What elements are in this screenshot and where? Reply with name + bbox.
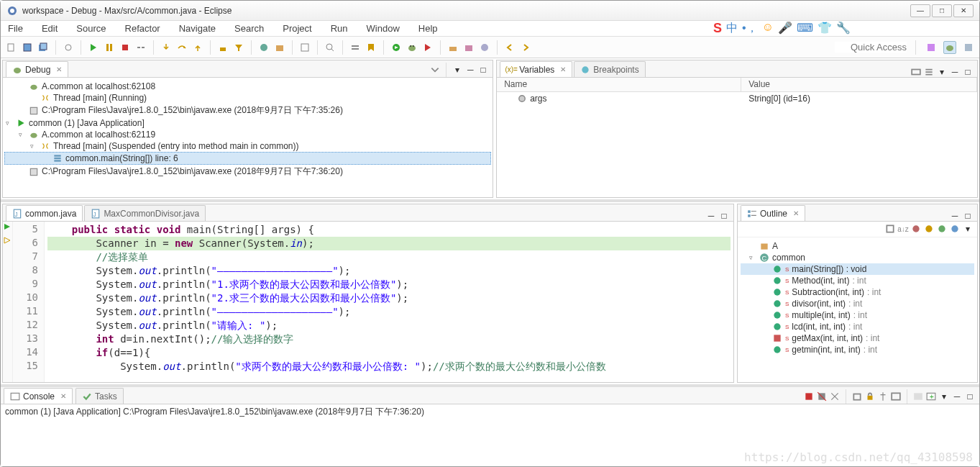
ime-lang-icon[interactable]: 中 [726,21,738,36]
menu-window[interactable]: Window [364,22,403,35]
close-tab-icon[interactable]: ✕ [56,65,62,73]
save-all-button[interactable] [37,41,50,54]
tab-tasks[interactable]: Tasks [75,388,124,404]
new-package-button[interactable] [273,41,286,54]
drop-to-frame-button[interactable] [216,41,229,54]
ime-smile-icon[interactable]: ☺ [762,21,774,36]
maximize-view-icon[interactable]: □ [719,211,729,221]
close-tab-icon[interactable]: ✕ [560,65,566,73]
forward-button[interactable] [519,41,532,54]
perspective-debug-button[interactable] [943,41,956,54]
debug-tree-item[interactable]: C:\Program Files\Java\jre1.8.0_152\bin\j… [4,104,491,117]
debug-tree[interactable]: A.common at localhost:62108Thread [main]… [3,78,493,197]
open-task-button[interactable] [478,41,491,54]
tab-variables[interactable]: (x)= Variables ✕ [500,61,572,77]
scroll-lock-icon[interactable] [865,391,875,402]
link-icon[interactable]: ▾ [963,224,973,234]
close-tab-icon[interactable]: ✕ [60,392,66,400]
skip-breakpoints-button[interactable] [62,41,75,54]
collapse-icon[interactable]: ▾ [937,67,947,77]
ime-keyboard-icon[interactable]: ⌨ [797,21,813,36]
debug-tree-item[interactable]: ▿common (1) [Java Application] [4,117,491,129]
display-selected-icon[interactable] [891,391,901,402]
maximize-button[interactable]: □ [932,4,952,17]
hide-fields-icon[interactable] [911,224,921,234]
code-editor[interactable]: 56789101112131415 public static void mai… [3,222,733,382]
sogou-icon[interactable]: S [713,21,722,36]
hide-nonpublic-icon[interactable] [937,224,947,234]
quick-access-input[interactable] [835,42,907,53]
debug-tree-item[interactable]: C:\Program Files\Java\jre1.8.0_152\bin\j… [4,165,491,178]
col-name[interactable]: Name [497,78,741,91]
titlebar[interactable]: workspace - Debug - Max/src/A/common.jav… [1,1,979,21]
debug-tree-item[interactable]: common.main(String[]) line: 6 [4,152,491,165]
outline-item[interactable]: Sdivisor(int, int) : int [741,298,974,309]
menu-project[interactable]: Project [280,22,314,35]
minimize-view-icon[interactable]: ─ [950,211,960,221]
menu-refactor[interactable]: Refactor [122,22,163,35]
debug-tree-item[interactable]: Thread [main] (Running) [4,92,491,104]
sort-icon[interactable]: a↓z [898,224,908,234]
outline-tree[interactable]: A▿CcommonSmain(String[]) : voidSMethod(i… [738,237,977,382]
ime-punct-icon[interactable]: •， [742,21,758,36]
toggle-breadcrumb-button[interactable] [349,41,362,54]
focus-icon[interactable] [885,224,895,234]
outline-item[interactable]: ▿Ccommon [741,252,974,263]
open-type-button[interactable] [298,41,311,54]
toggle-mark-button[interactable] [365,41,377,54]
col-value[interactable]: Value [741,78,977,91]
hide-static-icon[interactable] [924,224,934,234]
view-menu-icon[interactable]: ▾ [939,391,949,402]
ime-skin-icon[interactable]: 👕 [818,21,832,36]
close-button[interactable]: ✕ [953,4,974,17]
maximize-view-icon[interactable]: □ [963,67,973,77]
ime-tool-icon[interactable]: 🔧 [836,21,851,36]
outline-item[interactable]: Sgetmin(int, int, int) : int [741,344,974,355]
view-menu-icon[interactable]: ▾ [452,65,462,75]
open-console-icon[interactable] [913,391,923,402]
tab-debug[interactable]: Debug ✕ [6,61,68,77]
resume-button[interactable] [87,41,100,54]
ime-voice-icon[interactable]: 🎤 [778,21,792,36]
remove-all-icon[interactable] [830,391,840,402]
remove-terminated-icon[interactable] [817,391,827,402]
save-button[interactable] [21,41,34,54]
minimize-button[interactable]: — [910,4,930,17]
debug-dropdown-button[interactable] [390,41,403,54]
step-over-button[interactable] [175,41,188,54]
outline-item[interactable]: Smultiple(int, int) : int [741,309,974,321]
back-button[interactable] [503,41,516,54]
minimize-view-icon[interactable]: ─ [950,67,960,77]
new-java-class-button[interactable] [257,41,270,54]
debug-tree-item[interactable]: ▿A.common at localhost:62119 [4,129,491,140]
variable-row[interactable]: argsString[0] (id=16) [497,92,977,105]
tab-console[interactable]: Console ✕ [4,388,73,404]
maximize-view-icon[interactable]: □ [478,65,488,75]
menu-search[interactable]: Search [232,22,267,35]
show-type-icon[interactable] [911,67,921,77]
debug-tree-item[interactable]: ▿Thread [main] (Suspended (entry into me… [4,140,491,152]
run-last-button[interactable] [421,41,434,54]
pin-console-icon[interactable] [878,391,888,402]
menu-run[interactable]: Run [328,22,351,35]
menu-help[interactable]: Help [416,22,441,35]
menu-navigate[interactable]: Navigate [176,22,219,35]
perspective-java-button[interactable] [925,41,938,54]
collapse-all-icon[interactable] [430,65,440,75]
new-project-button[interactable] [462,41,475,54]
debug-tree-item[interactable]: A.common at localhost:62108 [4,81,491,92]
minimize-view-icon[interactable]: ─ [706,211,716,221]
suspend-button[interactable] [103,41,116,54]
build-button[interactable] [447,41,459,54]
terminate-icon[interactable] [804,391,814,402]
minimize-view-icon[interactable]: ─ [465,65,475,75]
new-button[interactable] [5,41,18,54]
step-into-button[interactable] [160,41,173,54]
tab-outline[interactable]: Outline ✕ [741,205,805,221]
maximize-view-icon[interactable]: □ [965,391,975,402]
outline-item[interactable]: A [741,240,974,252]
tab-max-common-divisor[interactable]: J MaxCommonDivisor.java [84,205,206,221]
vars-table-body[interactable]: argsString[0] (id=16) [497,92,977,197]
run-dropdown-button[interactable] [406,41,418,54]
outline-item[interactable]: SSubtraction(int, int) : int [741,286,974,298]
